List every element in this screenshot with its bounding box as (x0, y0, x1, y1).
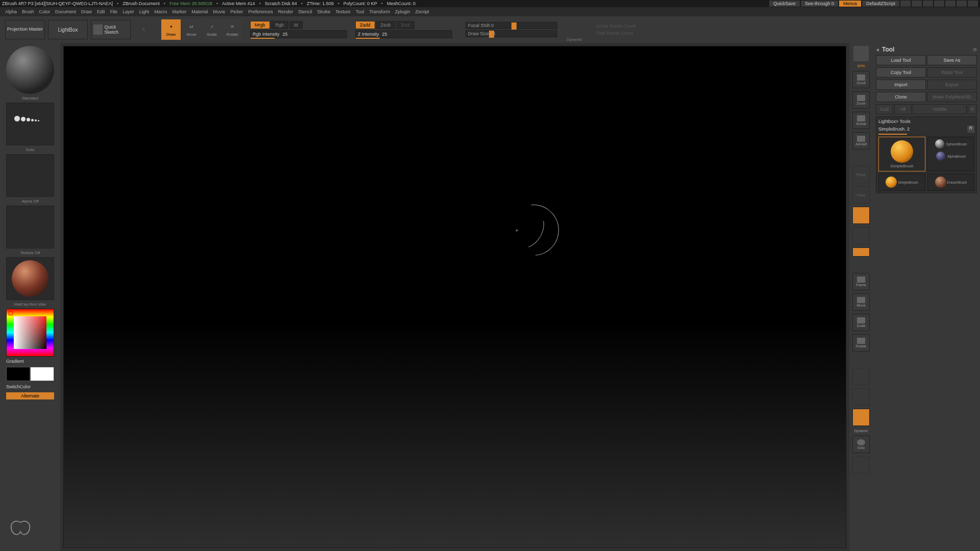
zcut-toggle[interactable]: Zcut (397, 21, 415, 29)
rgb-toggle[interactable]: Rgb (271, 21, 289, 29)
aahalf-button[interactable]: AAHalf (852, 132, 870, 149)
menu-zplugin[interactable]: Zplugin (395, 9, 410, 14)
quick-sketch-button[interactable]: Quick Sketch (91, 20, 131, 39)
zoom-button[interactable]: Zoom (852, 91, 870, 109)
quicksave-button[interactable]: QuickSave (769, 1, 800, 7)
mrgb-toggle[interactable]: Mrgb (250, 21, 270, 29)
goz-visible-button[interactable]: Visible (913, 104, 967, 114)
menu-marker[interactable]: Marker (172, 9, 186, 14)
menu-document[interactable]: Document (55, 9, 76, 14)
menu-file[interactable]: File (110, 9, 118, 14)
z-intensity-slider[interactable]: Z Intensity 25 (355, 30, 452, 38)
menu-transform[interactable]: Transform (369, 9, 390, 14)
make-polymesh-button[interactable]: Make PolyMesh3D (927, 92, 977, 102)
document-canvas[interactable]: + (63, 46, 846, 548)
window-icon-4[interactable] (934, 1, 944, 7)
bpr-label[interactable]: BPR (857, 64, 865, 68)
goz-all-button[interactable]: All (894, 104, 912, 114)
tool-simplebrush-small[interactable]: SimpleBrush (878, 173, 925, 191)
xpose-button[interactable] (852, 456, 870, 473)
menu-texture[interactable]: Texture (335, 9, 351, 14)
menu-render[interactable]: Render (278, 9, 293, 14)
zadd-toggle[interactable]: Zadd (355, 21, 375, 29)
save-as-button[interactable]: Save As (927, 55, 977, 65)
copy-tool-button[interactable]: Copy Tool (876, 67, 926, 78)
primary-color-swatch[interactable] (30, 367, 54, 381)
floor-button[interactable]: Floor (852, 186, 870, 204)
tool-pin-icon[interactable]: ⟳ (973, 47, 977, 53)
rgb-intensity-slider[interactable]: Rgb Intensity 25 (250, 30, 347, 38)
menu-zscript[interactable]: Zscript (415, 9, 429, 14)
brush-thumbnail[interactable] (6, 46, 54, 94)
menu-tool[interactable]: Tool (356, 9, 364, 14)
dynamic-label[interactable]: Dynamic (567, 37, 582, 42)
focal-shift-slider[interactable]: Focal Shift 0 (465, 22, 557, 29)
persp-button[interactable]: Persp (852, 166, 870, 183)
export-button[interactable]: Export (927, 80, 977, 90)
zsub-toggle[interactable]: Zsub (376, 21, 396, 29)
menus-toggle[interactable]: Menus (839, 1, 861, 7)
tool-quickpick[interactable]: SphereBrush AlphaBrush (927, 137, 974, 171)
projection-master-button[interactable]: Projection Master (5, 20, 45, 39)
menu-color[interactable]: Color (39, 9, 51, 14)
draw-size-slider[interactable]: Draw Size 64 (465, 30, 557, 37)
tool-collapse-icon[interactable]: ◂ (876, 46, 879, 53)
solo-button[interactable]: Solo (852, 436, 870, 453)
nav-scale-button[interactable]: Scale (852, 314, 870, 331)
gradient-toggle[interactable]: Gradient (6, 359, 54, 364)
m-toggle[interactable]: M (289, 21, 303, 29)
texture-thumbnail[interactable] (6, 206, 54, 248)
lc-button[interactable] (852, 227, 870, 244)
menu-alpha[interactable]: Alpha (5, 9, 17, 14)
clone-button[interactable]: Clone (876, 92, 926, 102)
menu-stencil[interactable]: Stencil (298, 9, 312, 14)
menu-movie[interactable]: Movie (213, 9, 225, 14)
close-icon[interactable] (968, 1, 978, 7)
scale-mode-button[interactable]: ⤢ Scale (202, 19, 222, 40)
rotate-mode-button[interactable]: ⟳ Rotate (223, 19, 242, 40)
material-thumbnail[interactable] (6, 257, 54, 300)
lightbox-tools-header[interactable]: Lightbox> Tools (878, 119, 974, 124)
lightbox-button[interactable]: LightBox (48, 20, 88, 39)
dynamic-button[interactable] (852, 409, 870, 426)
menu-picker[interactable]: Picker (230, 9, 243, 14)
menu-light[interactable]: Light (139, 9, 150, 14)
seethrough-slider[interactable]: See-through 0 (801, 1, 838, 7)
goz-r-button[interactable]: R (968, 104, 977, 114)
nav-move-button[interactable]: Move (852, 293, 870, 311)
menu-layer[interactable]: Layer (122, 9, 134, 14)
alpha-thumbnail[interactable] (6, 154, 54, 197)
goz-button[interactable]: GoZ (876, 104, 893, 114)
polyframe-button[interactable] (852, 368, 870, 385)
render-thumbnail[interactable] (853, 46, 869, 61)
alternate-button[interactable]: Alternate (6, 392, 54, 399)
maximize-icon[interactable] (957, 1, 967, 7)
tool-eraserbrush[interactable]: EraserBrush (927, 173, 974, 191)
paste-tool-button[interactable]: Paste Tool (927, 67, 977, 78)
color-picker[interactable] (6, 309, 54, 357)
scroll-button[interactable]: Scroll (852, 71, 870, 88)
xyz-button[interactable] (852, 247, 870, 257)
import-button[interactable]: Import (876, 80, 926, 90)
secondary-color-swatch[interactable] (6, 367, 30, 381)
menu-brush[interactable]: Brush (22, 9, 34, 14)
default-zscript[interactable]: DefaultZScript (862, 1, 899, 7)
nav-rotate-button[interactable]: Rotate (852, 334, 870, 352)
edit-mode-button[interactable]: ✎ (134, 19, 153, 40)
stroke-thumbnail[interactable] (6, 103, 54, 145)
minimize-icon[interactable] (945, 1, 955, 7)
menu-material[interactable]: Material (191, 9, 208, 14)
move-mode-button[interactable]: M Move (182, 19, 201, 40)
menu-macro[interactable]: Macro (154, 9, 167, 14)
window-icon-2[interactable] (912, 1, 922, 7)
frame-button[interactable]: Frame (852, 273, 870, 290)
menu-draw[interactable]: Draw (81, 9, 92, 14)
window-icon-1[interactable] (900, 1, 911, 7)
menu-edit[interactable]: Edit (97, 9, 105, 14)
actual-button[interactable]: Actual (852, 112, 870, 129)
menu-stroke[interactable]: Stroke (317, 9, 330, 14)
window-icon-3[interactable] (923, 1, 933, 7)
menu-preferences[interactable]: Preferences (248, 9, 273, 14)
draw-mode-button[interactable]: ✦ Draw (161, 19, 181, 40)
tool-r-button[interactable]: R (967, 126, 974, 133)
